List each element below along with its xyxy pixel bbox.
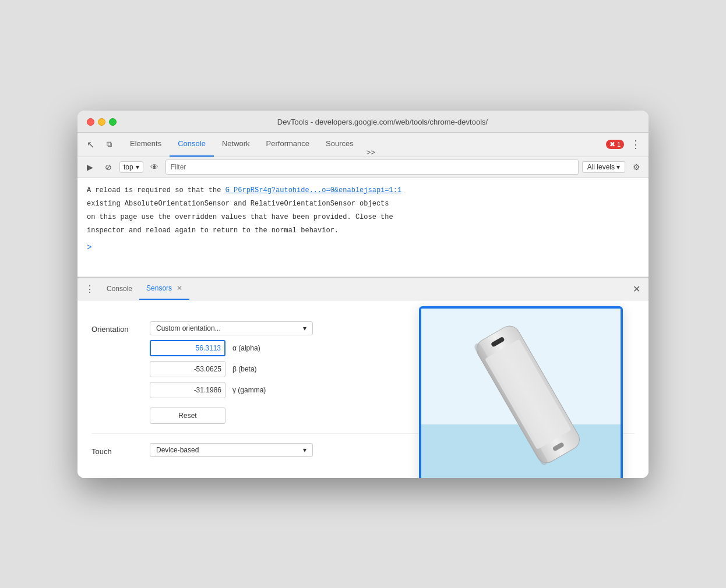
reset-button[interactable]: Reset <box>150 408 225 424</box>
chevron-down-icon: ▾ <box>136 163 139 171</box>
panel-close-btn[interactable]: ✕ <box>629 281 644 296</box>
svg-rect-4 <box>485 339 572 449</box>
touch-label: Touch <box>91 444 150 456</box>
tab-sources[interactable]: Sources <box>318 132 362 157</box>
titlebar: DevTools - developers.google.com/web/too… <box>77 111 649 133</box>
touch-dropdown[interactable]: Device-based ▾ <box>150 443 313 457</box>
error-count: 1 <box>617 141 621 148</box>
toolbar-icons: ↖ ⧉ <box>82 136 117 153</box>
beta-label: β (beta) <box>232 365 257 373</box>
traffic-lights <box>87 118 117 126</box>
gamma-label: γ (gamma) <box>232 386 266 394</box>
console-link[interactable]: G_P6rpRSr4g?autohide...o=0&enablejsapi=1… <box>225 186 401 194</box>
console-message-2: existing AbsoluteOrientationSensor and R… <box>87 199 639 210</box>
beta-input[interactable] <box>150 361 225 377</box>
gamma-input[interactable] <box>150 382 225 398</box>
devtools-window: DevTools - developers.google.com/web/too… <box>77 111 649 478</box>
error-icon: ✖ <box>609 140 615 148</box>
tab-console[interactable]: Console <box>170 132 214 157</box>
close-traffic-light[interactable] <box>87 118 94 126</box>
touch-value: Device-based <box>156 446 199 454</box>
toolbar-right: ✖ 1 ⋮ <box>606 136 644 153</box>
context-selector[interactable]: top ▾ <box>119 161 143 173</box>
device-icon-btn[interactable]: ⧉ <box>101 136 117 153</box>
chevron-down-icon: ▾ <box>303 446 306 454</box>
orientation-controls: Custom orientation... ▾ α (alpha) β (bet… <box>150 321 313 424</box>
no-btn[interactable]: ⊘ <box>101 160 116 175</box>
orientation-visualizer <box>419 306 623 478</box>
maximize-traffic-light[interactable] <box>109 118 117 126</box>
phone-3d-svg <box>460 311 596 477</box>
minimize-traffic-light[interactable] <box>98 118 105 126</box>
tab-elements[interactable]: Elements <box>122 132 170 157</box>
filter-input[interactable] <box>165 160 579 175</box>
bottom-tabs-bar: ⋮ Console Sensors ✕ ✕ <box>77 278 649 300</box>
settings-btn[interactable]: ⚙ <box>629 160 644 175</box>
gear-icon: ⚙ <box>633 162 640 172</box>
more-tabs-btn[interactable]: >> <box>362 148 380 157</box>
levels-value: All levels <box>587 163 615 171</box>
alpha-row: α (alpha) <box>150 340 313 356</box>
orientation-value: Custom orientation... <box>156 324 221 332</box>
close-icon: ✕ <box>633 284 640 295</box>
tab-close-icon[interactable]: ✕ <box>177 284 182 292</box>
orientation-dropdown[interactable]: Custom orientation... ▾ <box>150 321 313 335</box>
sensors-panel: Orientation Custom orientation... ▾ α (a… <box>77 300 649 478</box>
tab-network[interactable]: Network <box>214 132 258 157</box>
context-value: top <box>124 163 133 171</box>
bottom-tab-console[interactable]: Console <box>100 278 139 300</box>
beta-row: β (beta) <box>150 361 313 377</box>
device-icon: ⧉ <box>107 140 112 149</box>
chevron-down-icon: ▾ <box>303 324 306 332</box>
console-prompt[interactable]: > <box>87 241 639 254</box>
orientation-row: Orientation Custom orientation... ▾ α (a… <box>91 312 635 434</box>
bottom-tab-sensors[interactable]: Sensors ✕ <box>139 278 189 300</box>
alpha-input[interactable] <box>150 340 225 356</box>
levels-dropdown[interactable]: All levels ▾ <box>582 161 625 173</box>
more-vert-icon: ⋮ <box>630 138 641 151</box>
play-icon: ▶ <box>87 162 93 172</box>
eye-icon: 👁 <box>150 162 158 172</box>
error-badge[interactable]: ✖ 1 <box>606 140 624 149</box>
alpha-label: α (alpha) <box>232 344 260 352</box>
console-message-4: inspector and reload again to return to … <box>87 225 639 236</box>
eye-btn[interactable]: 👁 <box>147 160 162 175</box>
devtools-toolbar: ↖ ⧉ Elements Console Network Performance… <box>77 133 649 157</box>
no-icon: ⊘ <box>105 162 112 172</box>
gamma-row: γ (gamma) <box>150 382 313 398</box>
tab-performance[interactable]: Performance <box>258 132 318 157</box>
console-output: A reload is required so that the G_P6rpR… <box>77 178 649 277</box>
bottom-more-btn[interactable]: ⋮ <box>82 281 97 296</box>
clear-btn[interactable]: ▶ <box>82 160 97 175</box>
bottom-panel: ⋮ Console Sensors ✕ ✕ Orientation Custom… <box>77 277 649 478</box>
window-title: DevTools - developers.google.com/web/too… <box>126 118 639 126</box>
more-vert-icon: ⋮ <box>85 284 94 295</box>
cursor-icon-btn[interactable]: ↖ <box>82 136 98 153</box>
console-message-1: A reload is required so that the G_P6rpR… <box>87 185 639 196</box>
more-menu-btn[interactable]: ⋮ <box>628 136 644 153</box>
orientation-viz-bg <box>421 309 621 478</box>
orientation-label: Orientation <box>91 321 150 334</box>
console-toolbar: ▶ ⊘ top ▾ 👁 All levels ▾ ⚙ <box>77 157 649 178</box>
cursor-icon: ↖ <box>87 139 94 150</box>
console-message-3: on this page use the overridden values t… <box>87 212 639 223</box>
main-tabs: Elements Console Network Performance Sou… <box>122 133 606 157</box>
chevron-down-icon: ▾ <box>616 163 620 171</box>
